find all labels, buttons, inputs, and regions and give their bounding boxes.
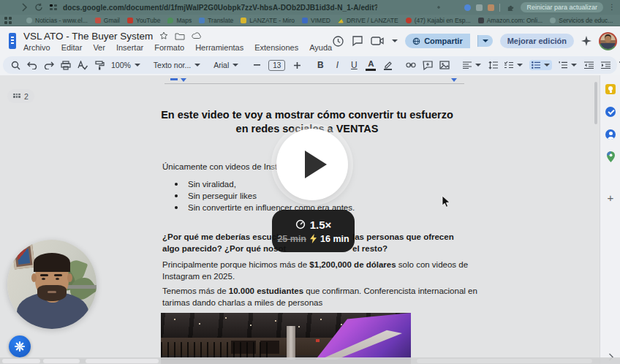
menu-ver[interactable]: Ver bbox=[93, 43, 105, 52]
improve-editing-button[interactable]: Mejorar edición bbox=[500, 34, 574, 48]
chrome-menu-icon[interactable]: ⋮ bbox=[608, 4, 616, 11]
play-button[interactable] bbox=[276, 129, 348, 200]
menu-insertar[interactable]: Insertar bbox=[116, 43, 143, 52]
font-select[interactable]: Arial bbox=[213, 61, 238, 69]
maps-icon[interactable] bbox=[605, 151, 616, 162]
doc-question-l1-left[interactable]: ¿Por qué me deberías escucha bbox=[162, 231, 286, 243]
dropdown-chip-icon[interactable] bbox=[451, 78, 457, 82]
comments-icon[interactable] bbox=[352, 35, 363, 47]
document-tabs-button[interactable]: 2 bbox=[7, 89, 34, 103]
bookmark-translate[interactable]: Translate bbox=[199, 17, 233, 24]
increase-indent-button[interactable] bbox=[600, 59, 610, 71]
tab-groups-icon[interactable] bbox=[48, 2, 58, 12]
text-color-button[interactable]: A bbox=[366, 59, 376, 71]
zoom-select[interactable]: 100% bbox=[111, 61, 140, 69]
share-dropdown-button[interactable] bbox=[477, 35, 493, 47]
checklist-button[interactable] bbox=[504, 61, 523, 69]
dropdown-chip-icon[interactable] bbox=[181, 78, 186, 82]
spellcheck-icon[interactable] bbox=[78, 59, 88, 71]
bookmark-maps[interactable]: Maps bbox=[167, 17, 192, 24]
version-history-icon[interactable] bbox=[332, 35, 344, 48]
bold-button[interactable]: B bbox=[315, 59, 325, 71]
doc-inline-image-venue[interactable] bbox=[161, 313, 411, 364]
menu-herramientas[interactable]: Herramientas bbox=[195, 43, 243, 52]
extension-icon-grey[interactable] bbox=[476, 4, 483, 11]
star-icon[interactable] bbox=[159, 31, 168, 40]
reload-icon[interactable] bbox=[34, 2, 44, 12]
page-info-icon[interactable] bbox=[434, 2, 444, 12]
recorder-flower-button[interactable] bbox=[9, 335, 31, 357]
contacts-icon[interactable] bbox=[605, 129, 616, 140]
bookmark-amazon[interactable]: Amazon.com: Onli... bbox=[478, 17, 543, 24]
url-text[interactable]: docs.google.com/document/d/1fmjWaIP2G0Uo… bbox=[63, 4, 377, 12]
doc-question-l2-left[interactable]: algo parecido? ¿Por qué nosot bbox=[162, 243, 286, 254]
playback-speed-overlay[interactable]: 1.5× 25 min 16 min bbox=[272, 210, 355, 252]
font-size-decrease-button[interactable] bbox=[252, 59, 262, 71]
webcam-bubble[interactable] bbox=[7, 240, 97, 329]
bookmark-gmail[interactable]: Gmail bbox=[95, 17, 120, 24]
font-size-input[interactable]: 13 bbox=[268, 60, 285, 71]
extensions-puzzle-icon[interactable] bbox=[505, 2, 515, 12]
camera-dropdown-icon[interactable] bbox=[392, 39, 398, 42]
doc-para-students-line1[interactable]: Tenemos más de 10.000 estudiantes que co… bbox=[162, 285, 477, 297]
print-icon[interactable] bbox=[61, 59, 71, 71]
align-button[interactable] bbox=[463, 61, 481, 69]
share-button[interactable]: Compartir bbox=[405, 34, 470, 48]
menu-ayuda[interactable]: Ayuda bbox=[309, 43, 332, 52]
underline-button[interactable]: U bbox=[349, 59, 359, 71]
vertical-scrollbar[interactable] bbox=[594, 82, 597, 124]
doc-bullet-2[interactable]: Sin perseguir likes bbox=[188, 190, 257, 202]
clear-formatting-button[interactable] bbox=[617, 59, 620, 71]
redo-icon[interactable] bbox=[44, 59, 54, 71]
doc-para-money-line1[interactable]: Principalmente porque hicimos más de $1,… bbox=[162, 259, 468, 270]
meet-camera-icon[interactable] bbox=[371, 36, 385, 46]
bookmark-lanzate-miro[interactable]: LANZATE - Miro bbox=[241, 17, 295, 24]
move-folder-icon[interactable] bbox=[175, 32, 185, 40]
cloud-status-icon[interactable] bbox=[192, 32, 202, 39]
doc-heading-line1[interactable]: En este video te voy a mostrar cómo conv… bbox=[148, 108, 466, 122]
back-icon[interactable] bbox=[4, 2, 15, 12]
doc-para-students-line2[interactable]: tarimas dando charlas a miles de persona… bbox=[162, 297, 322, 308]
bookmark-vimed[interactable]: VIMED bbox=[302, 17, 330, 24]
menu-archivo[interactable]: Archivo bbox=[23, 43, 50, 52]
forward-icon[interactable] bbox=[19, 2, 29, 12]
menu-formato[interactable]: Formato bbox=[154, 43, 184, 52]
italic-button[interactable]: I bbox=[332, 59, 342, 71]
extension-icon-amber[interactable] bbox=[488, 4, 494, 11]
bookmark-star-icon[interactable] bbox=[449, 2, 459, 12]
restart-to-update-button[interactable]: Reiniciar para actualizar bbox=[521, 2, 603, 12]
paragraph-style-select[interactable]: Texto nor... bbox=[154, 61, 200, 69]
menu-editar[interactable]: Editar bbox=[61, 43, 83, 52]
numbered-list-button[interactable] bbox=[559, 61, 577, 69]
bookmark-noticias[interactable]: Noticias - www.el... bbox=[26, 17, 88, 24]
document-title[interactable]: VSL ATO - The Buyer System bbox=[23, 31, 153, 42]
sparkle-icon[interactable] bbox=[581, 36, 591, 46]
decrease-indent-button[interactable] bbox=[583, 59, 594, 71]
bookmark-kajabi[interactable]: (47) Kajabi en Esp... bbox=[406, 17, 471, 24]
add-addon-icon[interactable]: + bbox=[605, 192, 616, 203]
undo-icon[interactable] bbox=[27, 59, 37, 71]
doc-bullet-1[interactable]: Sin viralidad, bbox=[188, 178, 236, 190]
insert-link-button[interactable] bbox=[406, 59, 416, 71]
tasks-icon[interactable] bbox=[605, 106, 616, 118]
search-icon[interactable] bbox=[10, 59, 20, 71]
font-size-increase-button[interactable] bbox=[292, 59, 302, 71]
docs-file-icon[interactable] bbox=[9, 33, 16, 49]
doc-question-l1-right[interactable]: las personas que ofrecen bbox=[352, 231, 454, 243]
bookmark-youtube[interactable]: YouTube bbox=[127, 17, 160, 24]
highlight-color-button[interactable] bbox=[382, 59, 393, 71]
bookmark-drive-lanzate[interactable]: DRIVE / LANZATE bbox=[338, 17, 398, 24]
apps-grid-icon[interactable] bbox=[4, 17, 12, 24]
doc-question-l2-right[interactable]: el resto? bbox=[352, 243, 388, 254]
bulleted-list-button[interactable] bbox=[529, 60, 552, 70]
line-spacing-button[interactable] bbox=[488, 59, 498, 71]
doc-para-money-line2[interactable]: Instagram en 2025. bbox=[162, 270, 235, 282]
extension-icon-blue[interactable] bbox=[464, 4, 471, 11]
account-avatar[interactable] bbox=[599, 32, 617, 50]
menu-extensiones[interactable]: Extensiones bbox=[254, 43, 298, 52]
keep-icon[interactable] bbox=[605, 83, 616, 95]
bookmark-servicios[interactable]: Servicios de educ... bbox=[550, 17, 613, 24]
insert-image-button[interactable] bbox=[439, 59, 450, 71]
paint-format-icon[interactable] bbox=[94, 59, 105, 71]
add-comment-button[interactable] bbox=[423, 59, 433, 71]
